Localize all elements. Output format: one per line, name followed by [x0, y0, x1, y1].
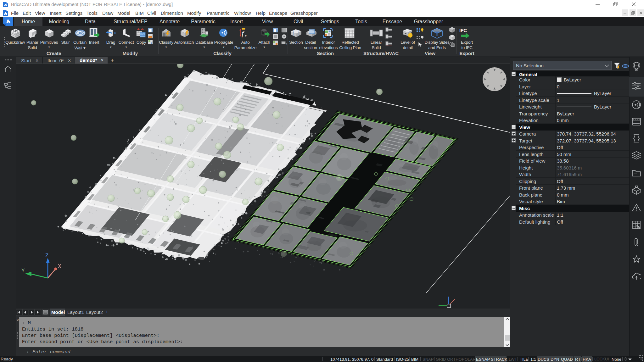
- svg-text:Z: Z: [45, 253, 48, 258]
- svg-text:X: X: [58, 264, 61, 269]
- svg-text:IFC: IFC: [459, 28, 467, 33]
- svg-text:x: x: [244, 33, 247, 38]
- svg-text:Y: Y: [21, 268, 25, 273]
- svg-text:9: 9: [286, 43, 287, 46]
- svg-text:f: f: [242, 29, 245, 37]
